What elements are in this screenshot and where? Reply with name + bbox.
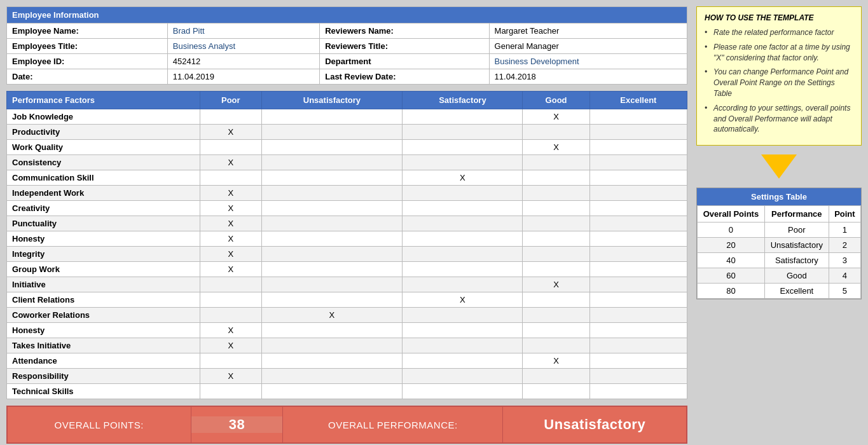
overall-points-value: 38 — [191, 416, 283, 433]
perf-cell — [200, 140, 261, 155]
perf-cell: X — [200, 338, 261, 353]
perf-cell — [523, 308, 589, 323]
perf-cell — [589, 292, 687, 308]
perf-cell — [261, 353, 403, 369]
perf-factor-name: Honesty — [7, 323, 200, 338]
perf-cell: X — [523, 140, 589, 155]
perf-cell — [589, 247, 687, 262]
employee-info-header: Employee Information — [7, 7, 687, 24]
perf-cell — [523, 323, 589, 338]
settings-cell: 4 — [829, 268, 860, 284]
perf-cell: X — [200, 323, 261, 338]
settings-col-performance: Performance — [764, 206, 829, 222]
perf-factor-name: Communication Skill — [7, 170, 200, 186]
reviewer-title-label: Reviewers Title: — [320, 39, 489, 54]
perf-cell — [261, 140, 403, 155]
reviewer-name-value: Margaret Teacher — [489, 24, 687, 39]
perf-cell — [523, 201, 589, 216]
right-panel: HOW TO USE THE TEMPLATE Rate the related… — [696, 6, 862, 444]
perf-factor-name: Work Quality — [7, 140, 200, 155]
perf-factor-name: Punctuality — [7, 216, 200, 231]
perf-cell — [403, 323, 523, 338]
perf-cell: X — [261, 308, 403, 323]
perf-cell — [200, 308, 261, 323]
perf-cell — [589, 109, 687, 125]
settings-table: Overall Points Performance Point 0Poor12… — [697, 205, 861, 299]
col-header-factors: Performance Factors — [7, 92, 200, 109]
instruction-item: Please rate one factor at a time by usin… — [705, 42, 853, 64]
perf-cell — [403, 140, 523, 155]
col-header-sat: Satisfactory — [403, 92, 523, 109]
perf-cell — [589, 323, 687, 338]
perf-factor-name: Initiative — [7, 277, 200, 292]
perf-factor-name: Group Work — [7, 262, 200, 277]
perf-cell — [523, 216, 589, 231]
perf-cell — [403, 109, 523, 125]
perf-row: InitiativeX — [7, 277, 687, 292]
col-header-poor: Poor — [200, 92, 261, 109]
perf-cell — [589, 369, 687, 384]
perf-cell — [403, 231, 523, 247]
settings-row: 80Excellent5 — [698, 284, 861, 299]
settings-cell: 2 — [829, 238, 860, 253]
settings-cell: 40 — [698, 253, 765, 268]
perf-cell — [403, 216, 523, 231]
perf-cell — [523, 247, 589, 262]
perf-cell — [261, 170, 403, 186]
perf-cell: X — [200, 262, 261, 277]
perf-row: HonestyX — [7, 231, 687, 247]
perf-factor-name: Attendance — [7, 353, 200, 369]
perf-factor-name: Job Knowledge — [7, 109, 200, 125]
perf-cell: X — [523, 353, 589, 369]
instruction-item: According to your settings, overall poin… — [705, 103, 853, 135]
settings-cell: 20 — [698, 238, 765, 253]
department-label: Department — [320, 54, 489, 69]
perf-cell — [200, 277, 261, 292]
perf-cell — [589, 353, 687, 369]
settings-cell: Unsatisfactory — [764, 238, 829, 253]
settings-cell: 60 — [698, 268, 765, 284]
perf-cell — [589, 308, 687, 323]
perf-cell — [261, 384, 403, 399]
perf-cell — [403, 125, 523, 140]
settings-cell: Satisfactory — [764, 253, 829, 268]
perf-cell — [523, 262, 589, 277]
perf-factor-name: Coworker Relations — [7, 308, 200, 323]
perf-row: ProductivityX — [7, 125, 687, 140]
instruction-item: You can change Performance Point and Ove… — [705, 67, 853, 99]
perf-factor-name: Creativity — [7, 201, 200, 216]
perf-cell: X — [403, 170, 523, 186]
perf-cell: X — [200, 369, 261, 384]
perf-cell — [589, 140, 687, 155]
perf-cell — [261, 125, 403, 140]
date-value: 11.04.2019 — [167, 69, 319, 85]
perf-row: Client RelationsX — [7, 292, 687, 308]
perf-cell — [200, 109, 261, 125]
perf-cell — [403, 201, 523, 216]
perf-row: Takes InitiativeX — [7, 338, 687, 353]
perf-cell — [403, 308, 523, 323]
instructions-list: Rate the related performance factorPleas… — [705, 27, 853, 135]
perf-cell — [589, 277, 687, 292]
perf-cell — [261, 231, 403, 247]
instructions-box: HOW TO USE THE TEMPLATE Rate the related… — [696, 6, 862, 146]
last-review-value: 11.04.2018 — [489, 69, 687, 85]
col-header-unsat: Unsatisfactory — [261, 92, 403, 109]
arrow-down-icon — [761, 154, 797, 179]
overall-result: Unsatisfactory — [503, 416, 686, 433]
perf-cell — [403, 353, 523, 369]
employee-title-row: Employees Title: Business Analyst Review… — [7, 39, 687, 54]
settings-cell: 0 — [698, 222, 765, 238]
perf-cell — [261, 338, 403, 353]
perf-row: ConsistencyX — [7, 155, 687, 170]
perf-cell: X — [200, 216, 261, 231]
perf-row: Communication SkillX — [7, 170, 687, 186]
settings-cell: 5 — [829, 284, 860, 299]
employee-info-table: Employee Information Employee Name: Brad… — [6, 6, 687, 85]
employee-name-row: Employee Name: Brad Pitt Reviewers Name:… — [7, 24, 687, 39]
col-header-good: Good — [523, 92, 589, 109]
perf-cell: X — [200, 155, 261, 170]
perf-cell — [589, 338, 687, 353]
perf-factor-name: Responsibility — [7, 369, 200, 384]
perf-cell — [589, 231, 687, 247]
